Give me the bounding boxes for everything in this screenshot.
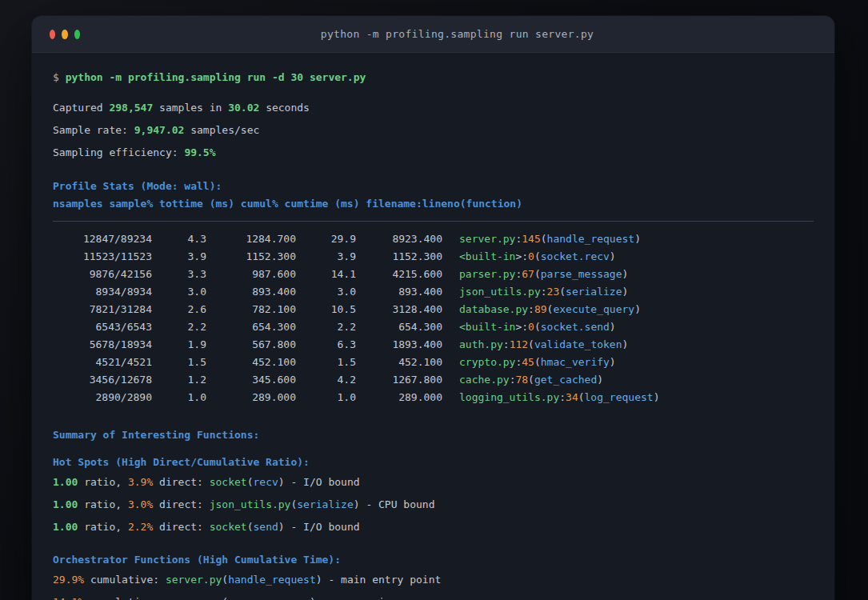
cumul-pct-cell: 14.1 — [296, 266, 356, 283]
stats-row: 3456/126781.2345.6004.21267.800cache.py:… — [53, 371, 814, 389]
open-paren: ( — [578, 391, 585, 403]
cumul-pct-cell: 2.2 — [296, 318, 356, 336]
tottime-cell: 782.100 — [206, 301, 296, 318]
cumtime-cell: 654.300 — [356, 318, 442, 336]
terminal-output: $ python -m profiling.sampling run -d 30… — [32, 53, 834, 600]
minimize-button[interactable] — [62, 30, 67, 39]
separator: : — [559, 391, 566, 403]
cumulative-label: cumulative: — [84, 596, 166, 600]
file-name: server.py — [166, 574, 222, 586]
cumtime-cell: 3128.400 — [356, 301, 442, 318]
sample-pct-cell: 3.0 — [152, 283, 206, 301]
orchestrator-line: 29.9% cumulative: server.py(handle_reque… — [53, 571, 814, 589]
file-name: <built-in — [459, 250, 515, 262]
stats-row: 6543/65432.2654.3002.2654.300<built-in>:… — [53, 318, 814, 336]
close-paren: ) — [310, 596, 316, 600]
line-number: 34 — [566, 391, 578, 403]
sample-pct-cell: 1.5 — [152, 354, 206, 371]
tottime-cell: 654.300 — [206, 318, 296, 336]
direct-pct: 3.9% — [128, 476, 153, 488]
close-paren: ) — [622, 268, 629, 280]
stats-column-header: nsamples sample% tottime (ms) cumul% cum… — [53, 195, 814, 213]
role-note: - main entry point — [322, 574, 442, 586]
nsamples-cell: 3456/12678 — [53, 371, 152, 389]
function-name: recv — [254, 476, 278, 488]
open-paren: ( — [528, 374, 534, 386]
location-cell: crypto.py:45(hmac_verify) — [459, 356, 616, 368]
open-paren: ( — [559, 286, 566, 298]
line-number: 0 — [528, 250, 534, 262]
close-paren: ) — [354, 498, 360, 510]
direct-pct: 3.0% — [128, 498, 153, 510]
cumtime-cell: 8923.400 — [356, 230, 442, 248]
stats-row: 9876/421563.3987.60014.14215.600parser.p… — [53, 266, 814, 283]
file-name: <built-in — [459, 321, 515, 333]
cumul-pct-cell: 1.5 — [296, 354, 356, 371]
file-name: socket — [210, 521, 247, 533]
close-button[interactable] — [50, 30, 55, 39]
ratio-label: ratio, — [78, 521, 128, 533]
separator: : — [528, 303, 534, 315]
nsamples-cell: 4521/4521 — [53, 354, 152, 371]
efficiency-line: Sampling efficiency: 99.5% — [53, 144, 814, 162]
sample-pct-cell: 4.3 — [152, 230, 206, 248]
location-cell: <built-in>:0(socket.recv) — [459, 250, 616, 262]
hot-spot-line: 1.00 ratio, 3.9% direct: socket(recv) - … — [53, 474, 814, 491]
captured-label: Captured — [53, 102, 109, 114]
location-cell: server.py:145(handle_request) — [459, 233, 641, 245]
location-cell: logging_utils.py:34(log_request) — [459, 391, 659, 403]
hot-spot-line: 1.00 ratio, 3.0% direct: json_utils.py(s… — [53, 496, 814, 514]
cumtime-cell: 1267.800 — [356, 371, 442, 389]
file-name: parser.py — [166, 596, 222, 600]
cumul-pct-cell: 1.0 — [296, 389, 356, 406]
hot-spots-heading: Hot Spots (High Direct/Cumulative Ratio)… — [53, 454, 814, 471]
cumtime-cell: 289.000 — [356, 389, 442, 406]
title-bar: python -m profiling.sampling run server.… — [32, 16, 834, 53]
ratio-value: 1.00 — [53, 476, 78, 488]
function-name: handle_request — [228, 574, 316, 586]
cumtime-cell: 1152.300 — [356, 248, 442, 266]
cumul-pct-cell: 6.3 — [296, 336, 356, 354]
orchestrator-line: 14.1% cumulative: parser.py(parse_messag… — [53, 594, 814, 600]
command-line: $ python -m profiling.sampling run -d 30… — [53, 69, 814, 86]
location-cell: cache.py:78(get_cached) — [459, 374, 603, 386]
cumtime-cell: 1893.400 — [356, 336, 442, 354]
captured-mid: samples in — [153, 102, 228, 114]
file-name: crypto.py — [459, 356, 515, 368]
cumul-pct-cell: 3.9 — [296, 248, 356, 266]
ratio-label: ratio, — [78, 476, 128, 488]
sample-pct-cell: 2.2 — [152, 318, 206, 336]
file-name: cache.py — [459, 374, 510, 386]
stats-row: 5678/189341.9567.8006.31893.400auth.py:1… — [53, 336, 814, 354]
function-name: parse_message — [541, 268, 622, 280]
file-name: logging_utils.py — [459, 391, 559, 403]
function-name: get_cached — [534, 374, 597, 386]
close-paren: ) — [634, 303, 641, 315]
cumul-pct-cell: 4.2 — [296, 371, 356, 389]
sample-pct-cell: 3.3 — [152, 266, 206, 283]
file-name: json_utils.py — [459, 286, 541, 298]
direct-label: direct: — [153, 498, 209, 510]
close-paren: ) — [634, 233, 641, 245]
tottime-cell: 1152.300 — [206, 248, 296, 266]
maximize-button[interactable] — [74, 30, 80, 39]
role-note: - processing — [316, 596, 398, 600]
close-paren: ) — [610, 321, 616, 333]
nsamples-cell: 9876/42156 — [53, 266, 152, 283]
sample-pct-cell: 3.9 — [152, 248, 206, 266]
function-name: hmac_verify — [541, 356, 610, 368]
sample-pct-cell: 1.2 — [152, 371, 206, 389]
ratio-value: 1.00 — [53, 521, 78, 533]
cumulative-label: cumulative: — [84, 574, 166, 586]
orchestrators-heading: Orchestrator Functions (High Cumulative … — [53, 551, 814, 569]
rate-label: Sample rate: — [53, 124, 134, 136]
sample-pct-cell: 2.6 — [152, 301, 206, 318]
function-name: handle_request — [547, 233, 635, 245]
cumtime-cell: 4215.600 — [356, 266, 442, 283]
stats-row: 7821/312842.6782.10010.53128.400database… — [53, 301, 814, 318]
captured-suffix: seconds — [259, 102, 310, 114]
efficiency-value: 99.5% — [184, 146, 215, 158]
efficiency-label: Sampling efficiency: — [53, 146, 184, 158]
tottime-cell: 345.600 — [206, 371, 296, 389]
hot-spot-line: 1.00 ratio, 2.2% direct: socket(send) - … — [53, 518, 814, 536]
